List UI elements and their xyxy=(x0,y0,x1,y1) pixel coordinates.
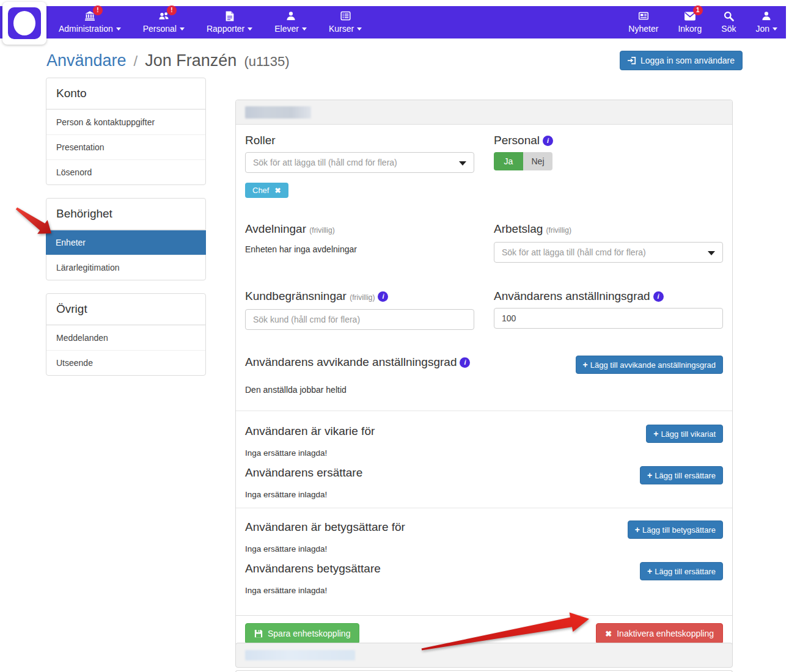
sidebar-section-ovrigt: Övrigt Meddelanden Utseende xyxy=(46,293,206,376)
arbetslag-select[interactable]: Sök för att lägga till (håll cmd för fle… xyxy=(494,242,723,263)
x-icon: ✖ xyxy=(605,629,612,638)
ersattare-label: Användarens ersättare xyxy=(245,466,362,480)
avvikande-text: Den anställda jobbar heltid xyxy=(245,385,723,395)
search-icon xyxy=(724,10,734,22)
sidebar-section-title: Behörighet xyxy=(46,199,205,230)
sidebar-item-losenord[interactable]: Lösenord xyxy=(46,159,205,184)
nav-user-jon[interactable]: Jon xyxy=(753,6,780,38)
nav-label: Personal xyxy=(143,24,185,34)
info-icon[interactable]: i xyxy=(460,357,470,368)
users-icon: ! xyxy=(158,10,170,22)
main-menu: ! Administration ! Personal xyxy=(56,6,364,38)
personal-toggle: Ja Nej xyxy=(494,152,552,170)
chevron-down-icon xyxy=(772,27,777,31)
roller-select[interactable]: Sök för att lägga till (håll cmd för fle… xyxy=(245,152,474,173)
alert-badge: ! xyxy=(93,5,103,15)
sidebar-item-presentation[interactable]: Presentation xyxy=(46,134,205,159)
nav-rapporter[interactable]: Rapporter xyxy=(204,6,255,38)
nav-administration[interactable]: ! Administration xyxy=(56,6,123,38)
nav-sok[interactable]: Sök xyxy=(719,6,738,38)
envelope-icon: 1 xyxy=(684,10,696,22)
nav-personal[interactable]: ! Personal xyxy=(141,6,187,38)
kundbegransningar-label: Kundbegränsningar (frivillig)i xyxy=(245,290,474,304)
divider xyxy=(236,411,732,411)
unit-connection-panel: Roller Sök för att lägga till (håll cmd … xyxy=(235,100,733,652)
file-icon xyxy=(225,10,235,22)
avdelningar-empty-text: Enheten har inga avdelningar xyxy=(245,244,474,254)
chevron-down-icon xyxy=(302,27,307,31)
chevron-down-icon xyxy=(459,161,466,166)
page-title: Jon Franzén xyxy=(145,51,237,70)
nav-kurser[interactable]: Kurser xyxy=(326,6,364,38)
deactivate-unit-connection-button[interactable]: ✖ Inaktivera enhetskoppling xyxy=(596,623,723,644)
sidebar-item-utseende[interactable]: Utseende xyxy=(46,350,205,375)
app-logo[interactable] xyxy=(2,2,46,45)
plus-icon: + xyxy=(635,525,640,535)
sidebar: Konto Person & kontaktuppgifter Presenta… xyxy=(46,78,206,389)
floppy-icon xyxy=(254,629,263,638)
betygsattare-label: Användarens betygsättare xyxy=(245,562,381,575)
divider xyxy=(236,508,732,508)
add-ersattare-button[interactable]: + Lägg till ersättare xyxy=(640,466,723,484)
sidebar-section-title: Övrigt xyxy=(46,294,205,325)
betygsattare-empty-text: Inga ersättare inlagda! xyxy=(245,586,723,595)
nav-nyheter[interactable]: Nyheter xyxy=(626,6,661,38)
row-roller-personal: Roller Sök för att lägga till (håll cmd … xyxy=(245,134,723,198)
add-avvikande-button[interactable]: + Lägg till avvikande anställningsgrad xyxy=(576,356,723,374)
panel-body: Roller Sök för att lägga till (håll cmd … xyxy=(236,125,732,604)
row-kund-anstallning: Kundbegränsningar (frivillig)i Användare… xyxy=(245,290,723,330)
field-roller: Roller Sök för att lägga till (håll cmd … xyxy=(245,134,484,198)
kund-search-input[interactable] xyxy=(245,309,474,330)
breadcrumb-users-link[interactable]: Användare xyxy=(46,51,127,70)
roller-label: Roller xyxy=(245,134,474,147)
info-icon[interactable]: i xyxy=(543,136,553,146)
newspaper-icon xyxy=(637,10,650,22)
role-tag-chef: Chef ✖ xyxy=(245,183,288,198)
utility-menu: Nyheter 1 Inkorg Sök xyxy=(626,6,780,38)
arbetslag-label: Arbetslag (frivillig) xyxy=(494,222,723,237)
nav-elever[interactable]: Elever xyxy=(272,6,309,38)
person-icon xyxy=(761,10,772,22)
chevron-down-icon xyxy=(116,27,121,31)
field-anstallningsgrad: Användarens anställningsgradi xyxy=(484,290,723,330)
chevron-down-icon xyxy=(180,27,185,31)
anstallningsgrad-input[interactable] xyxy=(494,308,723,329)
nav-inkorg[interactable]: 1 Inkorg xyxy=(675,6,704,38)
top-navbar: ! Administration ! Personal xyxy=(0,6,786,38)
login-as-user-button[interactable]: Logga in som användare xyxy=(620,51,743,70)
alert-badge: ! xyxy=(167,5,177,15)
remove-tag-icon[interactable]: ✖ xyxy=(274,186,281,195)
sidebar-section-konto: Konto Person & kontaktuppgifter Presenta… xyxy=(46,78,206,185)
chevron-down-icon xyxy=(708,251,715,255)
logo-square xyxy=(8,7,41,39)
logo-circle xyxy=(13,11,35,35)
user-icon xyxy=(285,10,296,22)
anstallningsgrad-label: Användarens anställningsgradi xyxy=(494,290,723,303)
plus-icon: + xyxy=(647,470,652,480)
row-avdelningar-arbetslag: Avdelningar (frivillig) Enheten har inga… xyxy=(245,222,723,263)
add-vikariat-button[interactable]: + Lägg till vikariat xyxy=(646,425,723,443)
nav-label: Jon xyxy=(755,24,777,34)
sidebar-item-lararlegitimation[interactable]: Lärarlegitimation xyxy=(46,255,205,280)
redacted-section-title xyxy=(245,106,311,119)
save-unit-connection-button[interactable]: Spara enhetskoppling xyxy=(245,623,359,644)
field-arbetslag: Arbetslag (frivillig) Sök för att lägga … xyxy=(484,222,723,263)
sidebar-item-meddelanden[interactable]: Meddelanden xyxy=(46,325,205,350)
toggle-nej-button[interactable]: Nej xyxy=(523,152,552,170)
sidebar-item-person-kontaktuppgifter[interactable]: Person & kontaktuppgifter xyxy=(46,109,205,134)
count-badge: 1 xyxy=(693,5,703,15)
nav-label: Kurser xyxy=(329,24,362,34)
info-icon[interactable]: i xyxy=(653,291,664,302)
add-betygsattare-button[interactable]: + Lägg till betygsättare xyxy=(628,520,723,539)
info-icon[interactable]: i xyxy=(378,291,388,302)
avdelningar-label: Avdelningar (frivillig) xyxy=(245,222,474,237)
section-betygsattare-for: Användaren är betygsättare för + Lägg ti… xyxy=(245,520,723,539)
chevron-down-icon xyxy=(357,27,362,31)
section-avvikande: Användarens avvikande anställningsgradi … xyxy=(245,356,723,374)
add-betyg-ersattare-button[interactable]: + Lägg till ersättare xyxy=(640,562,723,580)
plus-icon: + xyxy=(647,566,652,576)
breadcrumb: Användare / Jon Franzén (u1135) xyxy=(46,51,290,70)
sidebar-item-enheter[interactable]: Enheter xyxy=(46,230,206,255)
toggle-ja-button[interactable]: Ja xyxy=(494,152,523,170)
next-unit-panel xyxy=(235,643,733,668)
